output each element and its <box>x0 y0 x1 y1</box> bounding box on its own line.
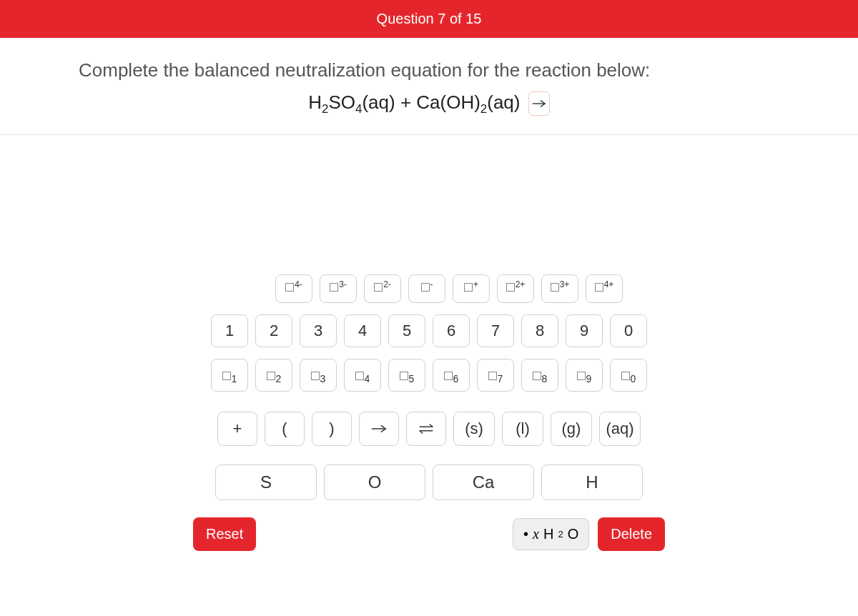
equilibrium-icon <box>417 423 435 434</box>
digit-key-7[interactable]: 7 <box>477 314 514 347</box>
subscript-key-0[interactable]: 0 <box>610 359 647 392</box>
element-s-key[interactable]: S <box>215 465 317 500</box>
charge-key-3plus[interactable]: 3+ <box>541 274 578 303</box>
equilibrium-arrow-key[interactable] <box>406 412 446 446</box>
charge-key-2minus[interactable]: 2- <box>364 274 401 303</box>
hydrate-key[interactable]: • x H2O <box>513 518 589 550</box>
digit-key-8[interactable]: 8 <box>521 314 558 347</box>
digit-key-4[interactable]: 4 <box>344 314 381 347</box>
right-arrow-icon <box>531 98 547 109</box>
delete-button[interactable]: Delete <box>598 517 665 551</box>
subscript-row: 1234567890 <box>211 359 647 392</box>
digit-key-2[interactable]: 2 <box>255 314 292 347</box>
charge-key-minus[interactable]: - <box>408 274 445 303</box>
subscript-key-6[interactable]: 6 <box>433 359 470 392</box>
element-ca-key[interactable]: Ca <box>433 465 534 500</box>
state-l-key[interactable]: (l) <box>502 412 543 446</box>
subscript-key-8[interactable]: 8 <box>521 359 558 392</box>
subscript-key-5[interactable]: 5 <box>388 359 425 392</box>
answer-cursor-box[interactable] <box>528 91 550 116</box>
charge-key-2plus[interactable]: 2+ <box>497 274 534 303</box>
digit-key-6[interactable]: 6 <box>433 314 470 347</box>
subscript-key-1[interactable]: 1 <box>211 359 248 392</box>
subscript-key-4[interactable]: 4 <box>344 359 381 392</box>
state-s-key[interactable]: (s) <box>453 412 495 446</box>
operator-row: + ( ) (s) (l) (g) (aq) <box>217 412 641 446</box>
keypad: 4-3-2--+2+3+4+ 1234567890 1234567890 + (… <box>0 135 858 551</box>
element-row: S O Ca H <box>215 465 643 500</box>
subscript-key-2[interactable]: 2 <box>255 359 292 392</box>
equation-reactants: H2SO4(aq) + Ca(OH)2(aq) <box>308 91 520 113</box>
state-aq-key[interactable]: (aq) <box>599 412 641 446</box>
forward-arrow-key[interactable] <box>359 412 399 446</box>
digit-key-5[interactable]: 5 <box>388 314 425 347</box>
subscript-key-7[interactable]: 7 <box>477 359 514 392</box>
digit-key-0[interactable]: 0 <box>610 314 647 347</box>
element-h-key[interactable]: H <box>541 465 643 500</box>
digit-key-3[interactable]: 3 <box>300 314 337 347</box>
equation-line: H2SO4(aq) + Ca(OH)2(aq) <box>72 91 786 116</box>
question-counter: Question 7 of 15 <box>377 11 482 26</box>
action-row: Reset • x H2O Delete <box>193 517 665 551</box>
prompt-text: Complete the balanced neutralization equ… <box>72 59 786 81</box>
reset-button[interactable]: Reset <box>193 517 256 551</box>
right-arrow-icon <box>370 424 388 434</box>
digit-row: 1234567890 <box>211 314 647 347</box>
digit-key-1[interactable]: 1 <box>211 314 248 347</box>
subscript-key-3[interactable]: 3 <box>300 359 337 392</box>
charge-key-3minus[interactable]: 3- <box>320 274 357 303</box>
prompt-area: Complete the balanced neutralization equ… <box>0 38 858 135</box>
digit-key-9[interactable]: 9 <box>566 314 603 347</box>
rparen-key[interactable]: ) <box>312 412 352 446</box>
charge-row: 4-3-2--+2+3+4+ <box>275 274 623 303</box>
charge-key-4minus[interactable]: 4- <box>275 274 312 303</box>
charge-key-4plus[interactable]: 4+ <box>586 274 623 303</box>
state-g-key[interactable]: (g) <box>551 412 592 446</box>
question-header: Question 7 of 15 <box>0 0 858 38</box>
plus-key[interactable]: + <box>217 412 257 446</box>
element-o-key[interactable]: O <box>324 465 425 500</box>
lparen-key[interactable]: ( <box>265 412 305 446</box>
charge-key-plus[interactable]: + <box>453 274 490 303</box>
subscript-key-9[interactable]: 9 <box>566 359 603 392</box>
